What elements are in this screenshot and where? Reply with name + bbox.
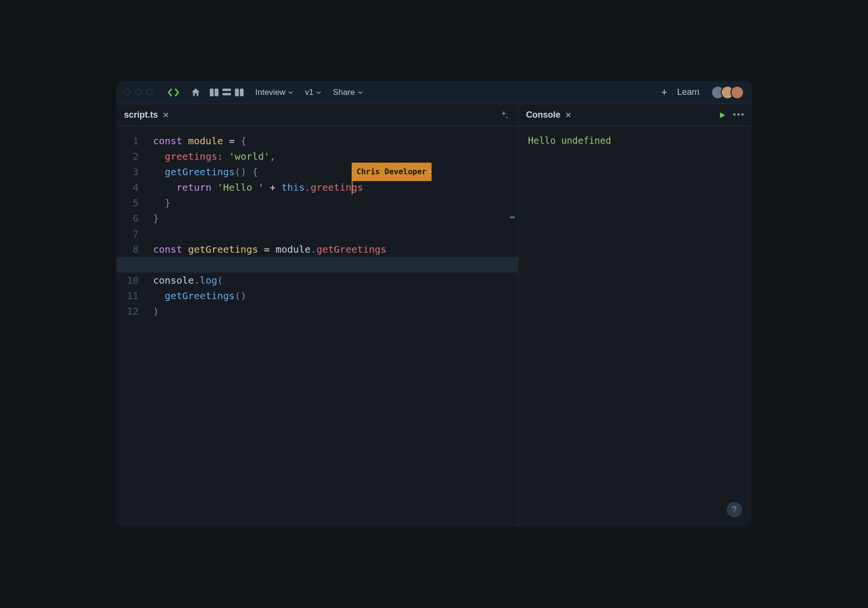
add-button[interactable]: + [657,86,671,99]
run-icon[interactable] [718,111,727,120]
close-window[interactable] [124,89,130,95]
layout-split-icon[interactable] [235,89,244,96]
layout-two-col-icon[interactable] [210,89,218,96]
project-dropdown[interactable]: Inteview [252,86,296,99]
collaborator-avatars [711,86,744,99]
console-tab-bar: Console ✕ ••• [518,104,752,126]
learn-link[interactable]: Learn [677,87,699,97]
version-label: v1 [305,88,313,97]
tab-title: script.ts [124,110,158,120]
code-content: const module = { greetings: 'world', get… [147,133,518,527]
editor-pane: script.ts ✕ 123456789101112 const module… [116,104,518,527]
more-icon[interactable]: ••• [733,110,745,120]
close-icon[interactable]: ✕ [565,111,572,120]
chevron-down-icon [358,90,363,95]
app-window: Inteview v1 Share + Learn script.ts ✕ [116,81,752,527]
close-icon[interactable]: ✕ [163,111,169,120]
collaborator-cursor-badge: Chris Developer [352,163,432,181]
share-dropdown[interactable]: Share [330,86,365,99]
home-icon[interactable] [190,87,201,98]
chevron-down-icon [316,90,321,95]
minimap-marker [510,216,515,218]
help-button[interactable]: ? [727,502,742,517]
project-name: Inteview [255,88,285,97]
collaborator-cursor [352,180,353,195]
console-pane: Console ✕ ••• Hello undefined [518,104,752,527]
layout-rows-icon[interactable] [222,89,231,96]
titlebar: Inteview v1 Share + Learn [116,81,752,104]
share-label: Share [333,88,355,97]
console-output: Hello undefined [518,126,752,527]
line-gutter: 123456789101112 [116,133,147,527]
maximize-window[interactable] [146,89,153,95]
avatar[interactable] [730,86,744,99]
tab-console[interactable]: Console ✕ [526,110,572,120]
ai-sparkle-icon[interactable] [498,110,509,121]
app-logo-icon[interactable] [166,85,181,100]
content-area: script.ts ✕ 123456789101112 const module… [116,104,752,527]
tab-script[interactable]: script.ts ✕ [124,110,169,120]
window-controls [124,89,153,95]
minimize-window[interactable] [135,89,141,95]
layout-switcher [210,89,244,96]
chevron-down-icon [288,90,293,95]
editor-tab-bar: script.ts ✕ [116,104,518,126]
version-dropdown[interactable]: v1 [302,86,324,99]
code-editor[interactable]: 123456789101112 const module = { greetin… [116,126,518,527]
console-title: Console [526,110,560,120]
